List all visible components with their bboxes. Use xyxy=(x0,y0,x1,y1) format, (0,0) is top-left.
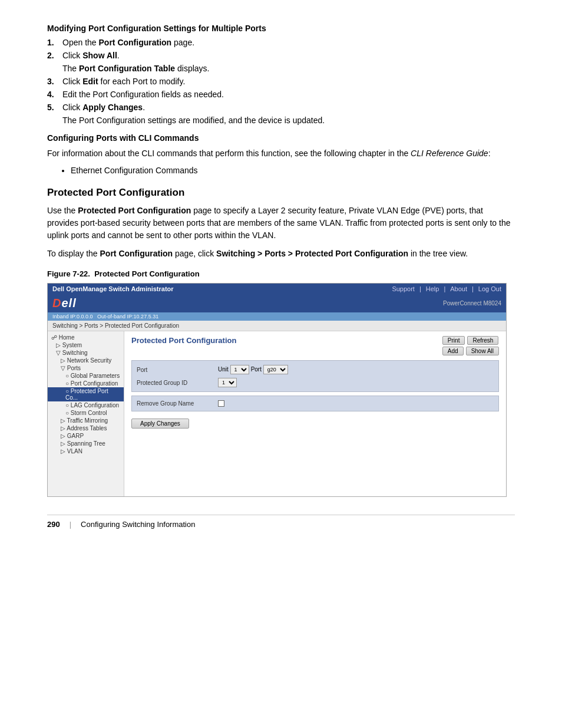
footer-separator: | xyxy=(70,520,71,529)
ss-form-row-remove-group: Remove Group Name xyxy=(137,398,494,409)
sidebar-item-switching[interactable]: ▽ Switching xyxy=(48,349,124,357)
powerconnect-label: PowerConnect M8024 xyxy=(443,300,501,307)
remove-group-checkbox[interactable] xyxy=(218,400,224,407)
sidebar-item-protected-port[interactable]: ○ Protected Port Co... xyxy=(48,387,124,401)
sidebar-item-global-params[interactable]: ○ Global Parameters xyxy=(48,372,124,380)
ss-apply-section: Apply Changes xyxy=(131,415,499,429)
figure-label: Figure 7-22. Protected Port Configuratio… xyxy=(47,269,515,278)
sidebar-item-traffic-mirroring[interactable]: ▷ Traffic Mirroring xyxy=(48,417,124,424)
section-heading-2: Configuring Ports with CLI Commands xyxy=(47,133,515,143)
port-controls: Unit 1 Port g20 xyxy=(218,365,288,374)
refresh-button[interactable]: Refresh xyxy=(467,336,498,345)
step-2-sub: The Port Configuration Table displays. xyxy=(47,64,515,73)
section-heading-1: Modifying Port Configuration Settings fo… xyxy=(47,24,515,33)
ss-inband-bar: Inband IP:0.0.0.0 Out-of-band IP:10.27.5… xyxy=(48,312,506,321)
sidebar-item-garp[interactable]: ▷ GARP xyxy=(48,432,124,440)
ss-app-title: Dell OpenManage Switch Administrator xyxy=(52,285,174,292)
about-link[interactable]: About xyxy=(450,285,467,292)
sidebar-item-port-config[interactable]: ○ Port Configuration xyxy=(48,380,124,387)
ss-form-section: Port Unit 1 Port g20 Protected Group ID xyxy=(131,360,499,392)
unit-select[interactable]: 1 xyxy=(230,365,249,374)
ss-topbar-links: Support | Help | About | Log Out xyxy=(392,285,501,292)
group-id-label: Protected Group ID xyxy=(137,380,213,386)
port-label: Port xyxy=(137,367,213,373)
cli-bullet-list: Ethernet Configuration Commands xyxy=(47,166,515,175)
sidebar-item-lag-config[interactable]: ○ LAG Configuration xyxy=(48,401,124,409)
step-4: 4. Edit the Port Configuration fields as… xyxy=(47,90,515,99)
sidebar-item-vlan[interactable]: ▷ VLAN xyxy=(48,447,124,455)
sidebar-item-address-tables[interactable]: ▷ Address Tables xyxy=(48,424,124,432)
ss-form-row-group-id: Protected Group ID 1 xyxy=(137,376,494,389)
ss-sidebar: ☍ Home ▷ System ▽ Switching ▷ Network Se… xyxy=(48,331,124,496)
sidebar-item-home[interactable]: ☍ Home xyxy=(48,334,124,341)
add-button[interactable]: Add xyxy=(442,347,464,355)
sidebar-item-spanning-tree[interactable]: ▷ Spanning Tree xyxy=(48,440,124,447)
ss-content-title: Protected Port Configuration xyxy=(131,336,236,345)
steps-list: 1. Open the Port Configuration page. 2. … xyxy=(47,38,515,125)
group-id-select[interactable]: 1 xyxy=(218,378,237,387)
main-section-heading: Protected Port Configuration xyxy=(47,187,515,199)
step-3: 3. Click Edit for each Port to modify. xyxy=(47,77,515,86)
ss-main-content: Protected Port Configuration Print Refre… xyxy=(124,331,506,496)
ppc-para2: To display the Port Configuration page, … xyxy=(47,248,515,260)
ss-breadcrumb: Switching > Ports > Protected Port Confi… xyxy=(48,321,506,331)
page-number: 290 xyxy=(47,520,60,529)
dell-logo: Dell xyxy=(52,297,77,310)
sidebar-item-ports[interactable]: ▽ Ports xyxy=(48,364,124,372)
group-id-controls: 1 xyxy=(218,378,237,387)
help-link[interactable]: Help xyxy=(426,285,439,292)
footer-text: Configuring Switching Information xyxy=(81,520,195,529)
sidebar-item-network-security[interactable]: ▷ Network Security xyxy=(48,357,124,364)
ss-btn-row-1: Print Refresh xyxy=(442,336,499,345)
ppc-para1: Use the Protected Port Configuration pag… xyxy=(47,205,515,242)
ss-btn-group: Print Refresh Add Show All xyxy=(442,336,499,355)
ss-header: Dell PowerConnect M8024 xyxy=(48,294,506,312)
cli-bullet-item: Ethernet Configuration Commands xyxy=(71,166,515,175)
step-2: 2. Click Show All. xyxy=(47,51,515,60)
page-footer: 290 | Configuring Switching Information xyxy=(47,515,515,529)
logout-link[interactable]: Log Out xyxy=(478,285,501,292)
ss-body: ☍ Home ▷ System ▽ Switching ▷ Network Se… xyxy=(48,331,506,496)
sidebar-item-system[interactable]: ▷ System xyxy=(48,341,124,349)
screenshot-container: Dell OpenManage Switch Administrator Sup… xyxy=(47,283,507,497)
cli-para: For information about the CLI commands t… xyxy=(47,147,515,160)
print-button[interactable]: Print xyxy=(442,336,465,345)
sidebar-item-storm-control[interactable]: ○ Storm Control xyxy=(48,409,124,417)
ss-form-row-port: Port Unit 1 Port g20 xyxy=(137,363,494,376)
ss-btn-row-2: Add Show All xyxy=(442,347,499,355)
ss-topbar: Dell OpenManage Switch Administrator Sup… xyxy=(48,284,506,294)
remove-group-label: Remove Group Name xyxy=(137,400,213,407)
apply-changes-button[interactable]: Apply Changes xyxy=(131,419,189,429)
step-5-sub: The Port Configuration settings are modi… xyxy=(47,116,515,125)
step-1: 1. Open the Port Configuration page. xyxy=(47,38,515,47)
ss-remove-group-section: Remove Group Name xyxy=(131,396,499,411)
support-link[interactable]: Support xyxy=(392,285,415,292)
show-all-button[interactable]: Show All xyxy=(466,347,499,355)
port-select[interactable]: g20 xyxy=(263,365,288,374)
step-5: 5. Click Apply Changes. xyxy=(47,103,515,112)
ss-content-header: Protected Port Configuration Print Refre… xyxy=(131,336,499,355)
